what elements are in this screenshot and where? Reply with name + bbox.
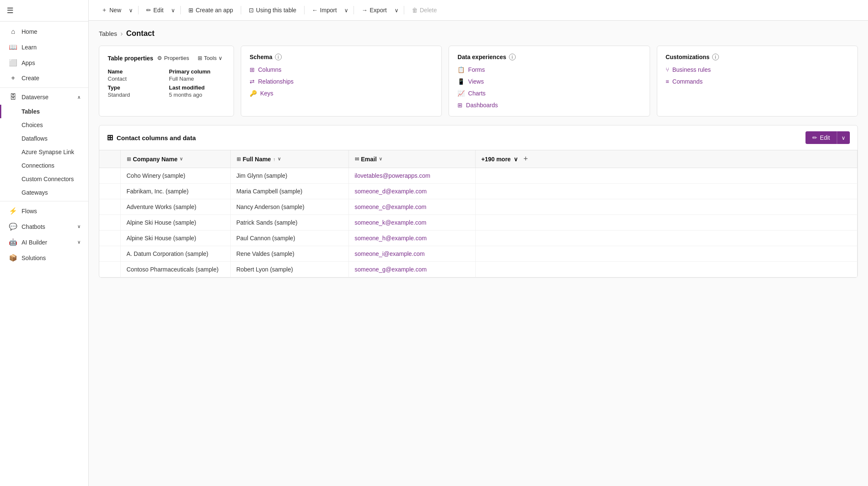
table-row: Alpine Ski House (sample) Paul Cannon (s… bbox=[99, 231, 857, 246]
sidebar: ☰ ⌂ Home 📖 Learn ⬜ Apps + Create 🗄 Datav… bbox=[0, 0, 89, 486]
fullname-col-icon: ⊞ bbox=[237, 156, 241, 162]
type-label: Type bbox=[108, 84, 164, 91]
sidebar-item-gateways[interactable]: Gateways bbox=[0, 186, 88, 199]
data-table: ⊞ Company Name ∨ ⊞ Full Name ↑ ∨ bbox=[99, 150, 857, 277]
row-checkbox-cell bbox=[99, 262, 120, 277]
data-experiences-actions: 📋 Forms 📱 Views 📈 Charts ⊞ Dashboards bbox=[457, 66, 641, 109]
business-rules-link[interactable]: ⑂ Business rules bbox=[666, 66, 849, 73]
export-button[interactable]: → Export bbox=[357, 5, 391, 16]
breadcrumb-current: Contact bbox=[126, 29, 155, 38]
charts-link[interactable]: 📈 Charts bbox=[457, 90, 641, 97]
create-app-button[interactable]: ⊞ Create an app bbox=[184, 5, 237, 16]
col-header-company[interactable]: ⊞ Company Name ∨ bbox=[120, 150, 230, 168]
sidebar-item-dataflows[interactable]: Dataflows bbox=[0, 132, 88, 145]
table-row: Coho Winery (sample) Jim Glynn (sample) … bbox=[99, 168, 857, 184]
data-section-title: ⊞ Contact columns and data bbox=[107, 133, 196, 142]
last-modified-label: Last modified bbox=[169, 84, 225, 91]
edit-data-dropdown-button[interactable]: ∨ bbox=[837, 131, 850, 144]
ai-builder-icon: 🤖 bbox=[9, 238, 17, 246]
row-fullname: Patrick Sands (sample) bbox=[230, 215, 348, 231]
new-dropdown-button[interactable]: ∨ bbox=[127, 5, 135, 16]
commands-link[interactable]: ≡ Commands bbox=[666, 78, 849, 85]
customizations-info-icon[interactable]: i bbox=[712, 54, 719, 60]
table-properties-actions: ⚙ Properties ⊞ Tools ∨ bbox=[155, 54, 225, 62]
sidebar-item-learn[interactable]: 📖 Learn bbox=[0, 39, 88, 55]
col-header-fullname[interactable]: ⊞ Full Name ↑ ∨ bbox=[230, 150, 348, 168]
business-rules-icon: ⑂ bbox=[666, 66, 669, 73]
schema-info-icon[interactable]: i bbox=[275, 54, 282, 60]
create-icon: + bbox=[9, 74, 17, 82]
sidebar-item-home[interactable]: ⌂ Home bbox=[0, 24, 88, 39]
type-value: Standard bbox=[108, 92, 164, 98]
row-more-cols bbox=[475, 262, 857, 277]
using-table-icon: ⊡ bbox=[249, 7, 254, 14]
table-header-row: ⊞ Company Name ∨ ⊞ Full Name ↑ ∨ bbox=[99, 150, 857, 168]
hamburger-icon[interactable]: ☰ bbox=[7, 6, 14, 15]
using-this-table-button[interactable]: ⊡ Using this table bbox=[245, 5, 301, 16]
data-experiences-card-title: Data experiences i bbox=[457, 54, 641, 60]
breadcrumb-separator: › bbox=[120, 30, 122, 38]
sidebar-top: ☰ bbox=[0, 0, 88, 22]
relationships-link[interactable]: ⇄ Relationships bbox=[250, 78, 433, 85]
more-cols-chevron-icon: ∨ bbox=[514, 156, 518, 163]
delete-icon: 🗑 bbox=[412, 7, 418, 14]
forms-link[interactable]: 📋 Forms bbox=[457, 66, 641, 73]
row-email: someone_d@example.com bbox=[348, 184, 475, 199]
table-row: Contoso Pharmaceuticals (sample) Robert … bbox=[99, 262, 857, 277]
delete-button[interactable]: 🗑 Delete bbox=[408, 5, 441, 16]
customizations-actions: ⑂ Business rules ≡ Commands bbox=[666, 66, 849, 85]
table-row: Adventure Works (sample) Nancy Anderson … bbox=[99, 199, 857, 215]
row-fullname: Paul Cannon (sample) bbox=[230, 231, 348, 246]
row-company: Alpine Ski House (sample) bbox=[120, 231, 230, 246]
columns-link[interactable]: ⊞ Columns bbox=[250, 66, 433, 73]
row-fullname: Rene Valdes (sample) bbox=[230, 246, 348, 262]
import-button[interactable]: ← Import bbox=[308, 5, 341, 16]
add-column-button[interactable]: + bbox=[520, 155, 531, 163]
keys-link[interactable]: 🔑 Keys bbox=[250, 90, 433, 97]
export-dropdown-button[interactable]: ∨ bbox=[393, 5, 400, 16]
schema-card-title: Schema i bbox=[250, 54, 433, 60]
table-row: A. Datum Corporation (sample) Rene Valde… bbox=[99, 246, 857, 262]
row-company: Alpine Ski House (sample) bbox=[120, 215, 230, 231]
toolbar-separator-3 bbox=[241, 6, 241, 14]
sidebar-item-solutions[interactable]: 📦 Solutions bbox=[0, 250, 88, 266]
sidebar-navigation: ⌂ Home 📖 Learn ⬜ Apps + Create 🗄 Dataver… bbox=[0, 22, 88, 268]
sidebar-item-dataverse[interactable]: 🗄 Dataverse ∧ bbox=[0, 90, 88, 105]
sidebar-item-chatbots[interactable]: 💬 Chatbots ∨ bbox=[0, 219, 88, 234]
table-row: Alpine Ski House (sample) Patrick Sands … bbox=[99, 215, 857, 231]
table-row: Fabrikam, Inc. (sample) Maria Campbell (… bbox=[99, 184, 857, 199]
col-header-email[interactable]: ✉ Email ∨ bbox=[348, 150, 475, 168]
row-email: someone_k@example.com bbox=[348, 215, 475, 231]
relationships-icon: ⇄ bbox=[250, 78, 255, 85]
sidebar-item-ai-builder[interactable]: 🤖 AI Builder ∨ bbox=[0, 234, 88, 250]
row-more-cols bbox=[475, 168, 857, 184]
col-header-more[interactable]: +190 more ∨ + bbox=[475, 150, 857, 168]
row-more-cols bbox=[475, 215, 857, 231]
tools-icon: ⊞ bbox=[198, 55, 202, 61]
sidebar-item-flows[interactable]: ⚡ Flows bbox=[0, 203, 88, 219]
tools-button[interactable]: ⊞ Tools ∨ bbox=[195, 54, 225, 62]
dashboards-link[interactable]: ⊞ Dashboards bbox=[457, 102, 641, 109]
properties-button[interactable]: ⚙ Properties bbox=[155, 54, 191, 62]
edit-button[interactable]: ✏ Edit bbox=[142, 5, 168, 16]
new-button[interactable]: ＋ New bbox=[97, 4, 125, 16]
sidebar-item-custom-connectors[interactable]: Custom Connectors bbox=[0, 172, 88, 186]
data-experiences-info-icon[interactable]: i bbox=[509, 54, 516, 60]
row-checkbox-cell bbox=[99, 199, 120, 215]
sidebar-item-create[interactable]: + Create bbox=[0, 71, 88, 86]
properties-gear-icon: ⚙ bbox=[157, 55, 162, 61]
breadcrumb-parent[interactable]: Tables bbox=[99, 30, 117, 37]
import-dropdown-button[interactable]: ∨ bbox=[343, 5, 350, 16]
sidebar-item-azure-synapse[interactable]: Azure Synapse Link bbox=[0, 145, 88, 159]
chatbots-icon: 💬 bbox=[9, 223, 17, 231]
edit-data-button[interactable]: ✏ Edit bbox=[805, 131, 837, 144]
sidebar-item-connections[interactable]: Connections bbox=[0, 159, 88, 172]
row-checkbox-cell bbox=[99, 168, 120, 184]
edit-dropdown-button[interactable]: ∨ bbox=[169, 5, 177, 16]
views-link[interactable]: 📱 Views bbox=[457, 78, 641, 85]
chatbots-chevron-icon: ∨ bbox=[77, 224, 81, 229]
data-experiences-card: Data experiences i 📋 Forms 📱 Views 📈 Cha… bbox=[449, 46, 650, 117]
sidebar-item-apps[interactable]: ⬜ Apps bbox=[0, 55, 88, 71]
sidebar-item-tables[interactable]: Tables bbox=[0, 105, 88, 118]
sidebar-item-choices[interactable]: Choices bbox=[0, 118, 88, 132]
